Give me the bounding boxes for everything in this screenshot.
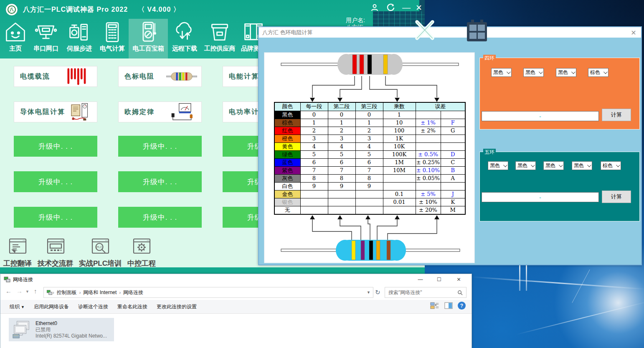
table-cell: 0 (328, 111, 355, 119)
table-cell: 6 (328, 158, 355, 166)
table-cell (328, 190, 355, 198)
table-cell: 1 (355, 119, 383, 127)
breadcrumb-item[interactable]: 网络连接 (123, 289, 143, 296)
table-cell: 黄色 (274, 142, 300, 150)
table-header: 颜色 (274, 102, 300, 111)
menu-item-1[interactable]: 组织▼ (10, 303, 25, 310)
toolbar-item-4[interactable]: 电气计算 (96, 19, 129, 58)
table-cell: 9 (328, 182, 355, 190)
toolbar-item-2[interactable]: 串口网口 (29, 19, 63, 58)
five-ring-color-select-3[interactable]: 黑色 (543, 161, 564, 170)
table-cell: ± 0.5% (416, 150, 441, 158)
menu-item-4[interactable]: 重命名此连接 (117, 303, 147, 310)
upgrade-button[interactable]: 升级中. . . (118, 171, 202, 192)
minimize-icon[interactable]: — (401, 3, 412, 13)
menu-item-2[interactable]: 启用此网络设备 (34, 303, 69, 310)
close-icon[interactable]: ✕ (413, 3, 424, 13)
dialog-close-icon[interactable]: ✕ (629, 28, 638, 37)
search-input[interactable]: 搜索"网络连接" (385, 287, 467, 298)
toolbar-item-label: 工控供应商 (204, 45, 236, 53)
table-cell: 1K (383, 135, 416, 142)
four-ring-result-value: - (539, 113, 541, 119)
five-ring-color-select-2[interactable]: 黑色 (515, 161, 536, 170)
network-titlebar[interactable]: 网络连接 (0, 274, 472, 285)
footer-link-label: 实战PLC培训 (79, 259, 122, 268)
connection-name: Ethernet0 (35, 320, 107, 327)
ethernet-list-item[interactable]: Ethernet0 已禁用 Intel(R) 82574L Gigabit Ne… (9, 318, 114, 341)
toolbar-item-6[interactable]: 远程下载 (168, 19, 201, 58)
refresh-address-icon[interactable]: ↻ (375, 289, 380, 296)
four-ring-color-select-1[interactable]: 黑色 (491, 68, 512, 77)
five-ring-color-select-1[interactable]: 黑色 (488, 161, 508, 170)
five-ring-calc-button[interactable]: 计算 (602, 191, 631, 203)
footer-link-中控工程[interactable]: 中控工程 (127, 237, 156, 268)
preview-pane-icon[interactable] (444, 302, 453, 309)
menu-item-5[interactable]: 更改此连接的设置 (157, 303, 197, 310)
color-code-table: 颜色每一段第二段第三段乘数误差黑色0001棕色11110± 1%F红色22210… (274, 102, 466, 215)
x-tool-icon[interactable] (412, 18, 438, 43)
breadcrumb-item[interactable]: 控制面板 (57, 289, 77, 296)
feature-button-3[interactable]: 色标电阻 (118, 66, 202, 87)
history-chevron-icon[interactable]: ▼ (25, 290, 29, 294)
upgrade-button[interactable]: 升级中. . . (14, 136, 97, 157)
toolbar-item-7[interactable]: 工控供应商 (201, 19, 238, 58)
address-chevron-icon[interactable]: ▼ (367, 290, 370, 295)
upgrade-button[interactable]: 升级中. . . (118, 207, 202, 228)
table-row: 紫色77710M± 0.10%B (274, 166, 465, 174)
resistance-meter-icon (65, 103, 96, 121)
four-ring-color-select-2[interactable]: 黑色 (523, 68, 544, 77)
table-cell: 红色 (274, 127, 300, 135)
table-row: 绿色555100K± 0.5%D (274, 150, 465, 158)
four-ring-calc-button[interactable]: 计算 (602, 109, 631, 121)
menu-item-3[interactable]: 诊断这个连接 (78, 303, 108, 310)
feature-button-4[interactable]: 欧姆定律 (118, 102, 202, 122)
color-resistor-icon (166, 67, 197, 86)
table-cell (328, 206, 355, 214)
footer-link-工控翻译[interactable]: 工控翻译 (3, 237, 32, 268)
five-ring-label: 五环 (483, 149, 496, 156)
up-arrow-icon[interactable]: ↑ (34, 287, 37, 295)
user-icon[interactable] (369, 3, 380, 13)
refresh-icon[interactable] (385, 3, 396, 13)
table-cell: ± 5% (416, 190, 441, 198)
dialog-titlebar[interactable]: 八方汇 色环电阻计算 (259, 27, 641, 38)
help-icon[interactable]: ? (458, 302, 466, 310)
network-minimize-icon[interactable]: — (411, 274, 430, 285)
home-icon (4, 20, 27, 44)
toolbar-item-5[interactable]: 电工百宝箱 (129, 19, 168, 58)
five-ring-result-field[interactable]: - (482, 192, 599, 202)
four-ring-color-select-4[interactable]: 棕色 (588, 68, 609, 77)
network-close-icon[interactable]: ✕ (449, 274, 468, 285)
upgrade-button[interactable]: 升级中. . . (14, 171, 97, 192)
four-ring-color-select-3[interactable]: 黑色 (556, 68, 576, 77)
toolbar-item-3[interactable]: 伺服步进 (63, 19, 96, 58)
table-cell: B (441, 166, 465, 174)
username-label: 用户名: (346, 17, 365, 24)
grid-window-icon[interactable] (464, 19, 489, 43)
group-window-icon (45, 237, 66, 258)
five-ring-color-select-5[interactable]: 棕色 (601, 161, 621, 170)
dialog-title: 八方汇 色环电阻计算 (262, 29, 313, 36)
forward-arrow-icon[interactable]: → (16, 287, 23, 295)
back-arrow-icon[interactable]: ← (5, 287, 12, 295)
chevron-down-icon (587, 163, 591, 167)
network-maximize-icon[interactable]: ☐ (430, 274, 449, 285)
upgrade-button[interactable]: 升级中. . . (118, 136, 202, 157)
multimeter-icon (137, 20, 160, 44)
breadcrumb-item[interactable]: 网络和 Internet (83, 289, 117, 296)
table-header: 第三段 (355, 102, 383, 111)
feature-button-2[interactable]: 导体电阻计算 (14, 102, 97, 122)
feature-button-1[interactable]: 电缆载流 (14, 66, 97, 87)
four-ring-result-field[interactable]: - (482, 111, 599, 121)
five-ring-color-select-4[interactable]: 黑色 (572, 161, 592, 170)
toolbar-item-1[interactable]: 主页 (2, 19, 29, 58)
wallpaper-beam (526, 265, 527, 291)
table-cell: G (441, 127, 465, 135)
table-cell: 0 (355, 111, 383, 119)
footer-link-技术交流群[interactable]: 技术交流群 (38, 237, 73, 268)
upgrade-button[interactable]: 升级中. . . (14, 207, 97, 228)
chevron-down-icon (539, 70, 543, 74)
footer-link-实战PLC培训[interactable]: PLC实战PLC培训 (79, 237, 122, 268)
view-options-icon[interactable] (430, 302, 439, 309)
breadcrumb[interactable]: › 控制面板›网络和 Internet›网络连接 ▼ (43, 287, 373, 298)
